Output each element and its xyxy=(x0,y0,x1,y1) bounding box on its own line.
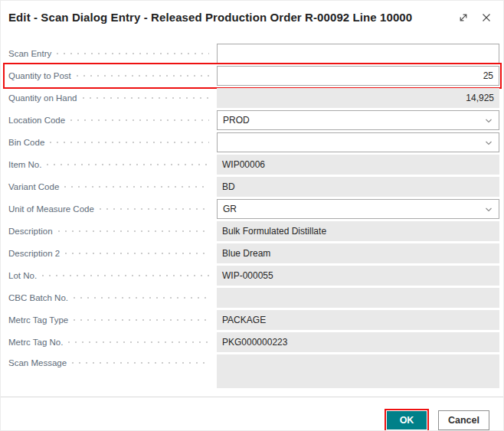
dotted-leader xyxy=(74,297,209,299)
quantity-on-hand-value: 14,925 xyxy=(217,88,499,108)
item-no-value: WIP00006 xyxy=(217,155,499,175)
scan-entry-input[interactable] xyxy=(217,44,499,64)
location-code-dropdown[interactable]: PROD xyxy=(217,110,499,130)
field-row-metrc-tag-type: Metrc Tag Type PACKAGE xyxy=(7,310,499,330)
scan-message-label: Scan Message xyxy=(7,358,67,367)
dotted-leader xyxy=(100,208,209,210)
dotted-leader xyxy=(64,186,209,188)
scan-message-value xyxy=(217,354,499,388)
expand-icon[interactable] xyxy=(457,11,470,24)
unit-of-measure-code-dropdown[interactable]: GR xyxy=(217,199,499,219)
metrc-tag-type-value: PACKAGE xyxy=(217,310,499,330)
chevron-down-icon[interactable] xyxy=(484,205,493,217)
dotted-leader xyxy=(50,142,209,143)
description-value: Bulk Formulated Distillate xyxy=(217,221,499,241)
quantity-on-hand-label: Quantity on Hand xyxy=(7,93,77,103)
description-2-label: Description 2 xyxy=(7,249,60,258)
scan-dialog-entry-window: Edit - Scan Dialog Entry - Released Prod… xyxy=(0,0,504,431)
unit-of-measure-code-value: GR xyxy=(223,204,237,214)
dotted-leader xyxy=(58,230,209,232)
chevron-down-icon[interactable] xyxy=(484,116,493,128)
dialog-footer: OK Cancel xyxy=(1,397,503,431)
cbc-batch-no-value xyxy=(217,288,499,308)
header-icons xyxy=(457,11,493,24)
field-row-description-2: Description 2 Blue Dream xyxy=(7,243,499,263)
field-row-quantity-to-post: Quantity to Post xyxy=(7,66,499,86)
field-row-quantity-on-hand: Quantity on Hand 14,925 xyxy=(7,88,499,108)
dotted-leader xyxy=(65,253,209,254)
metrc-tag-type-label: Metrc Tag Type xyxy=(7,315,68,325)
cancel-button[interactable]: Cancel xyxy=(438,410,489,430)
ok-button-highlight-box: OK xyxy=(385,409,429,431)
dotted-leader xyxy=(57,53,209,54)
field-row-description: Description Bulk Formulated Distillate xyxy=(7,221,499,241)
field-row-scan-entry: Scan Entry xyxy=(7,44,499,64)
location-code-label: Location Code xyxy=(7,116,65,125)
field-row-lot-no: Lot No. WIP-000055 xyxy=(7,266,499,286)
variant-code-label: Variant Code xyxy=(7,182,59,191)
metrc-tag-no-label: Metrc Tag No. xyxy=(7,338,63,347)
dotted-leader xyxy=(70,119,209,121)
field-row-bin-code: Bin Code xyxy=(7,132,499,152)
dotted-leader xyxy=(47,164,209,165)
lot-no-label: Lot No. xyxy=(7,271,37,280)
field-row-location-code: Location Code PROD xyxy=(7,110,499,130)
dotted-leader xyxy=(42,275,209,276)
page-title: Edit - Scan Dialog Entry - Released Prod… xyxy=(8,9,412,25)
item-no-label: Item No. xyxy=(7,160,41,169)
field-row-item-no: Item No. WIP00006 xyxy=(7,155,499,175)
ok-button[interactable]: OK xyxy=(387,411,427,429)
dialog-header: Edit - Scan Dialog Entry - Released Prod… xyxy=(1,1,503,25)
chevron-down-icon[interactable] xyxy=(484,139,493,150)
description-label: Description xyxy=(7,227,53,236)
dotted-leader xyxy=(77,75,209,77)
dotted-leader xyxy=(74,319,209,321)
quantity-to-post-input[interactable] xyxy=(217,66,499,86)
variant-code-value: BD xyxy=(217,177,499,197)
bin-code-label: Bin Code xyxy=(7,138,44,147)
close-icon[interactable] xyxy=(480,11,493,24)
quantity-to-post-label: Quantity to Post xyxy=(7,71,71,80)
bin-code-dropdown[interactable] xyxy=(217,132,499,152)
cbc-batch-no-label: CBC Batch No. xyxy=(7,293,68,302)
metrc-tag-no-value: PKG000000223 xyxy=(217,332,499,352)
dotted-leader xyxy=(68,341,209,343)
field-row-cbc-batch-no: CBC Batch No. xyxy=(7,288,499,308)
dotted-leader xyxy=(83,97,209,99)
field-row-scan-message: Scan Message xyxy=(7,354,499,388)
location-code-value: PROD xyxy=(223,115,250,126)
field-row-variant-code: Variant Code BD xyxy=(7,177,499,197)
unit-of-measure-code-label: Unit of Measure Code xyxy=(7,204,94,214)
scan-entry-label: Scan Entry xyxy=(7,49,51,58)
lot-no-value: WIP-000055 xyxy=(217,266,499,286)
dotted-leader xyxy=(72,362,209,364)
field-list: Scan Entry Quantity to Post Quantity on … xyxy=(1,25,503,388)
field-row-metrc-tag-no: Metrc Tag No. PKG000000223 xyxy=(7,332,499,352)
description-2-value: Blue Dream xyxy=(217,243,499,263)
field-row-unit-of-measure-code: Unit of Measure Code GR xyxy=(7,199,499,219)
